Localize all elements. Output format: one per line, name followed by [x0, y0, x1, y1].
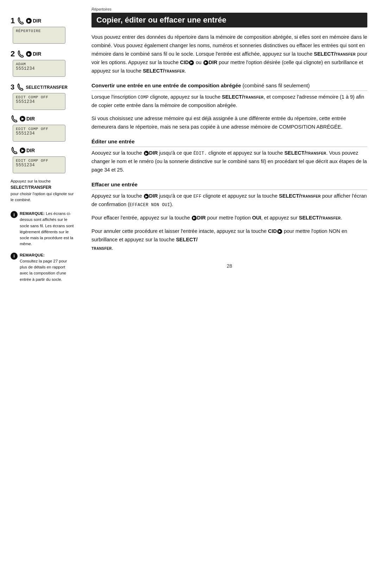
lcd-1-line1: RÉPERTOIRE — [16, 29, 62, 33]
select-transfer-label: SELECT/TRANSFER — [11, 185, 51, 190]
handset-icon-2 — [17, 50, 25, 58]
step-5-dir-label: ▶ DIR — [20, 148, 35, 153]
lcd-2-line2: 5551234 — [16, 66, 62, 71]
appuyez-note: Appuyez sur la touche SELECT/TRANSFER po… — [11, 178, 75, 203]
convertir-p1: Lorsque l'inscription COMP clignote, app… — [91, 93, 367, 110]
notes-section: i REMARQUE: Les écrans ci-dessus sont af… — [11, 211, 75, 283]
step-3-row: 3 SELECT/TRANSFER — [11, 83, 75, 91]
step-2-dir-label: ▶ DIR — [26, 51, 41, 57]
intro-paragraph: Vous pouvez entrer des données du répert… — [91, 33, 367, 75]
lcd-box-4: EDIT COMP OFF 5551234 — [13, 125, 65, 142]
step-1-number: 1 — [11, 17, 15, 25]
handset-icon-1 — [17, 17, 25, 25]
dir-circle-5: ▶ — [20, 148, 25, 153]
step-5-row: ▶ DIR — [11, 147, 75, 154]
step-3-number: 3 — [11, 83, 14, 91]
lcd-5-line1: EDIT COMP OFF — [16, 159, 62, 163]
dir-circle-effacer2: ▶ — [192, 216, 197, 221]
dir-circle-4: ▶ — [20, 116, 25, 122]
dir-circle-intro: ▶ — [203, 60, 208, 65]
effacer-section-title: Effacer une entrée — [91, 181, 367, 190]
right-column: Répertoires Copier, éditer ou effacer un… — [81, 0, 380, 588]
dir-circle-effacer: ▶ — [144, 194, 149, 199]
note-block-1: i REMARQUE: Les écrans ci-dessus sont af… — [11, 211, 75, 247]
convertir-section-title: Convertir une entrée en une entrée de co… — [91, 82, 367, 91]
note-block-2: i REMARQUE: Consultez la page 27 pour pl… — [11, 252, 75, 283]
dir-circle-1: ▶ — [26, 18, 32, 24]
step-4-row: ▶ DIR — [11, 115, 75, 123]
dir-circle-2: ▶ — [26, 51, 32, 57]
lcd-3-line2: 5551234 — [16, 99, 62, 104]
effacer-p1: Appuyez sur la touche ▶DIR jusqu'à ce qu… — [91, 192, 367, 209]
convertir-p2: Si vous choisissez une adresse mémoire q… — [91, 114, 367, 131]
step-2-number: 2 — [11, 50, 15, 58]
info-icon-2: i — [11, 253, 18, 260]
note-1-text: REMARQUE: Les écrans ci-dessus sont affi… — [20, 211, 75, 247]
lcd-box-1: RÉPERTOIRE — [13, 27, 65, 44]
step-4-dir-label: ▶ DIR — [20, 116, 35, 122]
editer-section-title: Éditer une entrée — [91, 138, 367, 147]
step-2-row: 2 ▶ DIR — [11, 50, 75, 58]
left-column: 1 ▶ DIR RÉPERTOIRE 2 ▶ DIR ADAM 5551234 — [0, 0, 81, 588]
handset-icon-3 — [17, 83, 24, 91]
cid-circle: ▶ — [189, 60, 194, 65]
lcd-2-line1: ADAM — [16, 62, 62, 66]
page-number-row: 28 — [91, 263, 367, 269]
section-title-bar: Copier, éditer ou effacer une entrée — [91, 13, 367, 27]
step-1-dir-label: ▶ DIR — [26, 18, 41, 24]
lcd-4-line2: 5551234 — [16, 131, 62, 136]
section-label: Répertoires — [91, 7, 367, 11]
effacer-p2: Pour effacer l'entrée, appuyez sur la to… — [91, 214, 367, 222]
lcd-box-2: ADAM 5551234 — [13, 60, 65, 77]
info-icon-1: i — [11, 211, 18, 218]
effacer-p3: Pour annuler cette procédure et laisser … — [91, 227, 367, 253]
cid-circle-annuler: ▶ — [277, 229, 282, 234]
page-number: 28 — [227, 263, 232, 269]
step-1-row: 1 ▶ DIR — [11, 17, 75, 25]
lcd-5-line2: 5551234 — [16, 163, 62, 168]
handset-icon-5 — [11, 147, 18, 154]
handset-icon-4 — [11, 115, 18, 123]
step-3-label: SELECT/TRANSFER — [26, 85, 68, 90]
lcd-3-line1: EDIT COMP OFF — [16, 95, 62, 99]
editer-p1: Aoouyez sur la touche ▶DIR jusqu'à ce qu… — [91, 149, 367, 174]
dir-circle-editer: ▶ — [144, 151, 149, 156]
lcd-box-3: EDIT COMP OFF 5551234 — [13, 93, 65, 110]
note-2-text: REMARQUE: Consultez la page 27 pour plus… — [20, 252, 75, 283]
lcd-4-line1: EDIT COMP OFF — [16, 127, 62, 131]
lcd-box-5: EDIT COMP OFF 5551234 — [13, 156, 65, 173]
